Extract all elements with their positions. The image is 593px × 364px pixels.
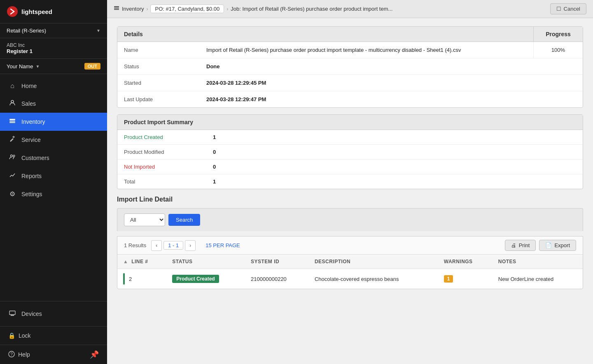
col-warnings: WARNINGS <box>438 255 493 269</box>
warning-badge: 1 <box>444 275 453 283</box>
sidebar-item-sales[interactable]: Sales <box>0 95 107 113</box>
details-value-lastupdate: 2024-03-28 12:29:47 PM <box>200 91 583 107</box>
table-actions: 🖨 Print 📄 Export <box>505 240 576 251</box>
lock-label: Lock <box>19 332 31 339</box>
details-row-started: Started 2024-03-28 12:29:45 PM <box>117 75 583 91</box>
details-row-status: Status Done <box>117 58 583 75</box>
cell-system-id: 210000000220 <box>245 269 309 289</box>
results-table: ▲ LINE # STATUS SYSTEM ID DESCRIPTION WA… <box>117 255 583 289</box>
svg-rect-12 <box>114 9 119 10</box>
logo[interactable]: lightspeed <box>0 0 107 23</box>
details-row-name: Name Import of Retail (R-Series) purchas… <box>117 42 583 58</box>
col-status: STATUS <box>166 255 245 269</box>
export-icon: 📄 <box>545 242 552 248</box>
out-badge: OUT <box>84 63 100 70</box>
per-page-link[interactable]: 15 PER PAGE <box>205 242 240 248</box>
lock-icon: 🔒 <box>8 332 15 339</box>
details-label-lastupdate: Last Update <box>117 91 200 107</box>
col-line-number[interactable]: ▲ LINE # <box>117 255 166 269</box>
nav-label-service: Service <box>21 137 41 143</box>
page-current: 1 - 1 <box>163 241 183 250</box>
sidebar-item-customers[interactable]: Customers <box>0 149 107 167</box>
cell-status: Product Created <box>166 269 245 289</box>
nav-label-home: Home <box>21 83 37 89</box>
svg-point-6 <box>13 155 15 157</box>
details-value-started: 2024-03-28 12:29:45 PM <box>200 75 583 91</box>
summary-label-not-imported: Not Imported <box>124 164 206 170</box>
details-value-status: Done <box>200 58 583 74</box>
sidebar-item-service[interactable]: Service <box>0 131 107 149</box>
summary-value-created: 1 <box>213 134 216 140</box>
breadcrumb: Inventory › PO: #17, Candyland, $0.00 › … <box>114 5 392 13</box>
sidebar-item-reports[interactable]: Reports <box>0 167 107 185</box>
row-status-indicator <box>123 273 125 285</box>
lock-button[interactable]: 🔒 Lock <box>0 326 107 345</box>
summary-value-total: 1 <box>213 179 216 185</box>
sort-arrow-icon: ▲ <box>123 259 128 264</box>
filter-bar: All Search <box>117 208 583 231</box>
pin-icon[interactable]: 📌 <box>90 350 99 359</box>
search-button[interactable]: Search <box>168 214 200 226</box>
nav-label-reports: Reports <box>21 173 42 179</box>
col-description: DESCRIPTION <box>309 255 438 269</box>
devices-icon <box>8 310 16 318</box>
details-title: Details <box>117 27 533 42</box>
summary-row-created: Product Created 1 <box>117 130 583 145</box>
lightspeed-logo-icon <box>7 6 18 17</box>
settings-icon: ⚙ <box>8 190 16 198</box>
export-button[interactable]: 📄 Export <box>539 240 576 251</box>
store-selector[interactable]: Retail (R-Series) ▼ <box>0 23 107 38</box>
sidebar-item-home[interactable]: ⌂ Home <box>0 77 107 95</box>
summary-header: Product Import Summary <box>117 115 583 130</box>
cancel-button[interactable]: ☐ Cancel <box>550 3 586 14</box>
table-row: 2 Product Created 210000000220 Chocolate… <box>117 269 583 289</box>
svg-rect-2 <box>9 119 15 120</box>
register-name: Register 1 <box>7 48 100 54</box>
breadcrumb-sep-2: › <box>226 6 228 12</box>
svg-rect-11 <box>114 8 119 9</box>
logo-text: lightspeed <box>21 8 52 15</box>
content-area: Details Progress Name Import of Retail (… <box>107 18 593 364</box>
status-badge: Product Created <box>172 275 219 283</box>
reports-icon <box>8 172 16 180</box>
details-row-lastupdate: Last Update 2024-03-28 12:29:47 PM <box>117 91 583 107</box>
next-page-button[interactable]: › <box>185 240 196 251</box>
sidebar-item-inventory[interactable]: Inventory <box>0 113 107 131</box>
home-icon: ⌂ <box>8 82 16 90</box>
svg-rect-3 <box>9 121 15 122</box>
user-name: Your Name <box>7 63 33 70</box>
print-button[interactable]: 🖨 Print <box>505 240 536 251</box>
sidebar-item-settings[interactable]: ⚙ Settings <box>0 185 107 203</box>
summary-row-not-imported: Not Imported 0 <box>117 160 583 174</box>
details-label-status: Status <box>117 58 200 74</box>
cell-notes: New OrderLine created <box>493 269 583 289</box>
svg-rect-10 <box>114 6 119 7</box>
inventory-icon <box>8 118 16 126</box>
summary-label-modified: Product Modified <box>124 149 206 155</box>
main-navigation: ⌂ Home Sales Inventory Service Custome <box>0 74 107 301</box>
sidebar-item-devices[interactable]: Devices <box>0 305 107 323</box>
summary-value-not-imported: 0 <box>213 164 216 170</box>
nav-label-customers: Customers <box>21 155 49 161</box>
store-chevron-icon: ▼ <box>96 28 100 33</box>
results-count: 1 Results <box>124 242 146 248</box>
cancel-icon: ☐ <box>556 6 561 12</box>
cell-warnings: 1 <box>438 269 493 289</box>
prev-page-button[interactable]: ‹ <box>151 240 162 251</box>
user-info[interactable]: Your Name ▼ OUT <box>0 59 107 74</box>
help-button[interactable]: ? Help <box>8 351 30 359</box>
svg-point-1 <box>11 100 14 103</box>
filter-select[interactable]: All <box>124 213 165 226</box>
col-notes: NOTES <box>493 255 583 269</box>
table-toolbar: 1 Results ‹ 1 - 1 › 15 PER PAGE 🖨 Print <box>117 236 583 255</box>
sidebar-bottom: ? Help 📌 <box>0 345 107 364</box>
cell-description: Chocolate-covered espresso beans <box>309 269 438 289</box>
customers-icon <box>8 154 16 162</box>
breadcrumb-po[interactable]: PO: #17, Candyland, $0.00 <box>150 5 224 13</box>
details-label-name: Name <box>117 42 200 58</box>
breadcrumb-inventory-link[interactable]: Inventory <box>122 6 144 12</box>
breadcrumb-inventory-icon <box>114 5 119 12</box>
nav-label-sales: Sales <box>21 100 36 107</box>
summary-value-modified: 0 <box>213 149 216 155</box>
service-icon <box>8 136 16 144</box>
